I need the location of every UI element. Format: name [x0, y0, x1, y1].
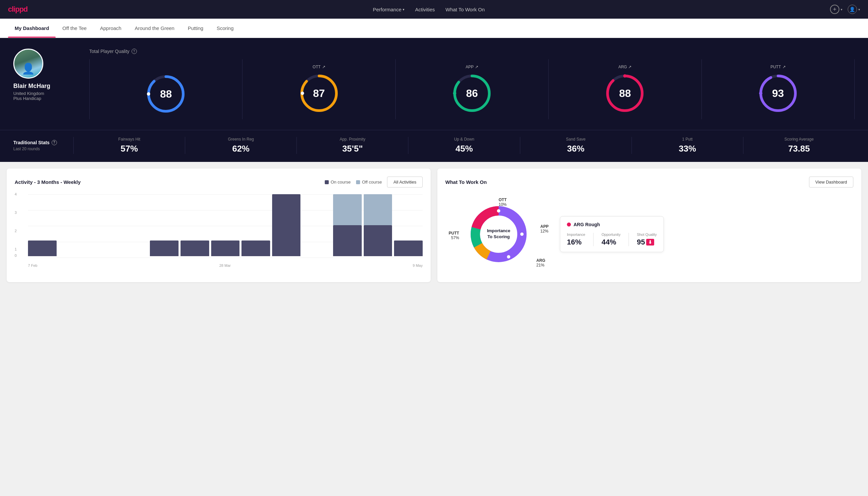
bar-group-3	[120, 194, 148, 256]
arg-dot	[567, 222, 571, 227]
bar-off-course-10	[333, 194, 362, 225]
x-labels: 7 Feb 28 Mar 9 May	[28, 263, 423, 267]
arg-circle: 88	[605, 73, 645, 113]
bar-group-6	[211, 194, 240, 256]
bar-on-course-0	[28, 241, 57, 257]
score-card-app: APP ↗ 86	[396, 59, 549, 119]
donut-label-app: APP 12%	[540, 224, 549, 233]
donut-label-putt: PUTT 57%	[449, 231, 459, 240]
player-handicap: Plus Handicap	[13, 96, 41, 101]
arg-shot-quality-value: 95 ⬇	[637, 238, 657, 247]
arg-stats: Importance 16% Opportunity 44% Shot Qual…	[567, 233, 657, 247]
svg-point-23	[507, 255, 510, 259]
bar-group-4	[150, 194, 178, 256]
activity-card-header: Activity - 3 Months - Weekly On course O…	[15, 176, 423, 188]
tpq-label: Total Player Quality ?	[89, 49, 855, 54]
svg-point-21	[497, 209, 500, 213]
bar-group-7	[241, 194, 270, 256]
avatar	[13, 49, 43, 79]
arg-score-value: 88	[619, 87, 631, 99]
score-card-putt: PUTT ↗ 93	[702, 59, 855, 119]
x-label-may: 9 May	[413, 263, 423, 267]
arg-arrow: ↗	[628, 65, 632, 69]
logo[interactable]: clippd	[8, 5, 28, 14]
nav-what-to-work-on[interactable]: What To Work On	[446, 7, 485, 12]
arg-stat-shot-quality: Shot Quality 95 ⬇	[637, 233, 657, 247]
trad-title: Traditional Stats ?	[13, 140, 73, 145]
y-label-1: 1	[15, 247, 17, 251]
putt-score-value: 93	[772, 87, 784, 99]
bar-group-11	[364, 194, 392, 256]
bar-group-1	[59, 194, 87, 256]
stat-up-down: Up & Down 45%	[408, 137, 520, 154]
arg-importance-value: 16%	[567, 238, 585, 247]
subnav-around-the-green[interactable]: Around the Green	[128, 19, 181, 37]
wtwon-header: What To Work On View Dashboard	[445, 176, 853, 188]
svg-point-22	[520, 233, 524, 236]
ott-arrow: ↗	[322, 65, 326, 69]
nav-links: Performance ▾ Activities What To Work On	[373, 7, 485, 12]
stat-scoring-avg: Scoring Average 73.85	[743, 137, 855, 154]
legend-off-course: Off course	[356, 180, 382, 185]
arg-stat-importance: Importance 16%	[567, 233, 585, 247]
subnav-putting[interactable]: Putting	[181, 19, 210, 37]
avatar-image	[14, 50, 42, 78]
subnav-scoring[interactable]: Scoring	[210, 19, 240, 37]
app-circle: 86	[452, 73, 492, 113]
activity-card: Activity - 3 Months - Weekly On course O…	[7, 169, 431, 282]
grid-line-0	[28, 258, 423, 258]
nav-activities[interactable]: Activities	[415, 7, 435, 12]
bar-on-course-8	[272, 194, 301, 256]
app-label: APP ↗	[465, 65, 478, 69]
all-activities-button[interactable]: All Activities	[387, 176, 423, 188]
ott-score-value: 87	[313, 87, 325, 99]
subnav-my-dashboard[interactable]: My Dashboard	[8, 19, 56, 37]
y-label-3: 3	[15, 211, 17, 215]
stat-sand-save: Sand Save 36%	[520, 137, 632, 154]
bar-on-course-10	[333, 225, 362, 256]
chart-legend: On course Off course	[325, 180, 382, 185]
bar-group-8	[272, 194, 301, 256]
nav-performance[interactable]: Performance ▾	[373, 7, 404, 12]
add-button[interactable]: + ▾	[830, 5, 842, 14]
ott-circle: 87	[299, 73, 339, 113]
trad-stats: Fairways Hit 57% Greens In Reg 62% App. …	[73, 137, 855, 154]
subnav-approach[interactable]: Approach	[93, 19, 128, 37]
sub-nav: My Dashboard Off the Tee Approach Around…	[0, 19, 868, 38]
bar-on-course-7	[241, 241, 270, 257]
activity-card-title: Activity - 3 Months - Weekly	[15, 179, 81, 185]
app-arrow: ↗	[475, 65, 478, 69]
arg-label: ARG ↗	[618, 65, 632, 69]
arg-stat-opportunity: Opportunity 44%	[601, 233, 620, 247]
donut-section: OTT 10% APP 12% ARG 21% PUTT	[445, 194, 853, 274]
stat-greens-in-reg: Greens In Reg 62%	[185, 137, 297, 154]
putt-arrow: ↗	[783, 65, 786, 69]
chart-area: 4 3 2 1 0 7 Feb 28 Mar 9 May	[15, 194, 423, 267]
user-menu-button[interactable]: 👤 ▾	[848, 5, 860, 14]
hero-inner: Blair McHarg United Kingdom Plus Handica…	[13, 49, 855, 119]
putt-circle: 93	[758, 73, 798, 113]
bar-group-10	[333, 194, 362, 256]
bar-on-course-4	[150, 241, 178, 257]
hero-section: Blair McHarg United Kingdom Plus Handica…	[0, 38, 868, 130]
subnav-off-the-tee[interactable]: Off the Tee	[56, 19, 93, 37]
separator-1	[593, 233, 594, 246]
legend-on-course: On course	[325, 180, 351, 185]
player-name: Blair McHarg	[13, 83, 50, 90]
arg-info-card: ARG Rough Importance 16% Opportunity 44%…	[560, 216, 664, 252]
traditional-stats: Traditional Stats ? Last 20 rounds Fairw…	[0, 130, 868, 162]
help-icon[interactable]: ?	[131, 49, 137, 54]
donut-chart-wrapper: OTT 10% APP 12% ARG 21% PUTT	[445, 194, 552, 274]
separator-2	[629, 233, 629, 246]
x-label-feb: 7 Feb	[28, 263, 37, 267]
score-card-arg: ARG ↗ 88	[549, 59, 701, 119]
bar-on-course-12	[394, 241, 423, 257]
svg-point-8	[453, 92, 456, 95]
bar-on-course-6	[211, 241, 240, 257]
total-score-value: 88	[160, 88, 172, 100]
trad-help-icon[interactable]: ?	[52, 140, 57, 145]
x-label-mar: 28 Mar	[219, 263, 231, 267]
view-dashboard-button[interactable]: View Dashboard	[809, 176, 853, 188]
bottom-section: Activity - 3 Months - Weekly On course O…	[0, 162, 868, 289]
svg-text:To Scoring: To Scoring	[488, 234, 510, 239]
